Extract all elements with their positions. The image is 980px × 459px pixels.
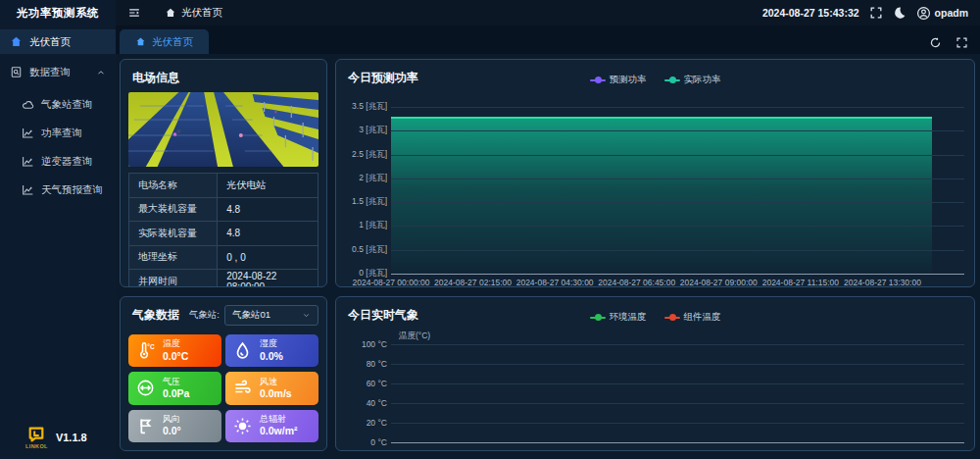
row-value: 2024-08-22 08:00:00 [218, 270, 318, 287]
sidebar-fold-button[interactable] [127, 6, 141, 20]
temperature-chart-plot [391, 344, 964, 442]
x-tick-label: 2024-08-27 13:30:00 [844, 278, 921, 287]
row-value: 光伏电站 [218, 174, 318, 197]
weather-card-5: 风向0.0° [128, 410, 221, 442]
legend-marker [664, 314, 680, 322]
y-tick-label: 60 °C [367, 379, 387, 388]
gridline [391, 442, 964, 443]
data-query-icon [10, 66, 23, 78]
y-axis-labels: 3.5 [兆瓦]3 [兆瓦]2.5 [兆瓦]2 [兆瓦]1.5 [兆瓦]1 [兆… [346, 107, 391, 274]
panel-field-info: 电场信息 [120, 59, 327, 287]
tab-bar: 光伏首页 [116, 26, 980, 54]
card-label: 风向 [163, 414, 181, 425]
sidebar-item-weather-station-query[interactable]: 气象站查询 [0, 92, 116, 117]
gridline [391, 155, 964, 156]
y-tick-label: 100 °C [362, 339, 387, 349]
sidebar-item-label: 逆变器查询 [41, 155, 93, 169]
gridline [391, 178, 964, 179]
card-label: 温度 [163, 338, 188, 349]
expand-icon[interactable] [956, 36, 968, 49]
table-row: 电场名称 光伏电站 [129, 174, 318, 198]
row-label: 实际装机容量 [129, 222, 218, 245]
brand-logo: LINKOL [25, 426, 48, 450]
field-info-table: 电场名称 光伏电站 最大装机容量 4.8 实际装机容量 4.8 地理坐标 0 ,… [128, 173, 318, 287]
row-value: 4.8 [218, 198, 318, 222]
y-tick-label: 2.5 [兆瓦] [352, 149, 387, 161]
home-icon [135, 36, 146, 47]
sidebar-item-forecast-query[interactable]: 天气预报查询 [0, 178, 116, 202]
app-root: 光功率预测系统 光伏首页 数据查询 气象站查询 功率查询 逆变器查询 [0, 0, 980, 459]
clock-text: 2024-08-27 15:43:32 [762, 7, 859, 19]
app-version: V1.1.8 [56, 432, 87, 443]
weather-card-6: 总辐射0.0w/m² [225, 410, 318, 442]
x-tick-label: 2024-08-27 00:00:00 [353, 278, 430, 287]
legend-item[interactable]: 组件温度 [664, 311, 721, 324]
fold-menu-icon [127, 6, 141, 20]
gridline [391, 130, 964, 131]
x-tick-label: 2024-08-27 06:45:00 [598, 278, 675, 287]
sidebar-footer: LINKOL V1.1.8 [0, 418, 116, 459]
dashboard-content: 电场信息 [116, 54, 980, 459]
card-label: 湿度 [260, 338, 283, 349]
droplet-icon [233, 341, 252, 360]
chart-legend: 环境温度组件温度 [336, 311, 974, 324]
row-label: 最大装机容量 [129, 198, 218, 222]
linkol-logo-icon [27, 426, 45, 443]
gridline [391, 250, 964, 251]
sidebar-group-data-query[interactable]: 数据查询 [0, 60, 116, 84]
legend-item[interactable]: 实际功率 [664, 74, 721, 86]
y-axis-labels: 100 °C80 °C60 °C40 °C20 °C0 °C [346, 344, 391, 442]
refresh-icon[interactable] [929, 36, 942, 49]
weather-card-1: 温度0.0°C [128, 334, 221, 367]
breadcrumb[interactable]: 光伏首页 [165, 6, 222, 20]
wind-vane-icon [136, 417, 155, 435]
panel-realtime-weather: 今日实时气象 环境温度组件温度 温度(°C) 100 °C80 °C60 °C4… [335, 296, 975, 451]
tab-home[interactable]: 光伏首页 [120, 29, 209, 54]
sidebar: 光功率预测系统 光伏首页 数据查询 气象站查询 功率查询 逆变器查询 [0, 0, 116, 459]
gridline [391, 344, 964, 345]
table-row: 实际装机容量 4.8 [129, 222, 318, 246]
card-value: 0.0% [260, 350, 283, 363]
y-tick-label: 3 [兆瓦] [359, 125, 387, 136]
card-label: 风速 [260, 377, 292, 387]
y-tick-label: 0 °C [370, 437, 387, 447]
main-area: 光伏首页 2024-08-27 15:43:32 opadm 光伏首页 [116, 0, 980, 459]
home-icon [165, 7, 176, 19]
weather-card-4: 风速0.0m/s [225, 372, 318, 404]
card-value: 0.0°C [163, 350, 188, 363]
weather-station-icon [22, 98, 34, 111]
legend-marker [664, 76, 680, 84]
sidebar-item-label: 光伏首页 [29, 35, 71, 49]
card-label: 总辐射 [260, 414, 298, 425]
power-chart-plot: 2024-08-27 00:00:002024-08-27 02:15:0020… [391, 107, 964, 274]
gridline [391, 364, 964, 365]
y-axis-name: 温度(°C) [399, 331, 430, 342]
legend-item[interactable]: 环境温度 [590, 311, 647, 324]
power-chart-icon [22, 127, 34, 139]
panel-weather-data: 气象数据 气象站: 气象站01 温度0.0°C湿度0.0%气压0.0Pa风速0.… [120, 296, 327, 451]
fullscreen-button[interactable] [869, 6, 883, 20]
sidebar-item-power-query[interactable]: 功率查询 [0, 121, 116, 145]
tab-tools [929, 36, 968, 54]
sidebar-item-label: 气象站查询 [41, 98, 93, 112]
sidebar-item-inverter-query[interactable]: 逆变器查询 [0, 149, 116, 174]
dark-mode-toggle[interactable] [893, 6, 906, 20]
sidebar-item-label: 天气预报查询 [41, 183, 103, 197]
legend-item[interactable]: 预测功率 [590, 74, 647, 86]
legend-label: 实际功率 [684, 74, 721, 86]
gridline [391, 202, 964, 203]
station-label: 气象站: [189, 309, 220, 322]
chart-legend: 预测功率实际功率 [336, 74, 974, 86]
x-tick-label: 2024-08-27 11:15:00 [762, 278, 839, 287]
breadcrumb-label: 光伏首页 [181, 6, 222, 20]
table-row: 地理坐标 0 , 0 [129, 246, 318, 271]
gridline [391, 423, 964, 424]
chevron-down-icon [302, 311, 311, 320]
sidebar-item-home[interactable]: 光伏首页 [0, 29, 116, 54]
gridline [391, 226, 964, 227]
station-select[interactable]: 气象站01 [224, 305, 318, 326]
y-tick-label: 1 [兆瓦] [359, 220, 387, 231]
user-menu[interactable]: opadm [916, 6, 968, 21]
table-row: 最大装机容量 4.8 [129, 198, 318, 223]
x-tick-label: 2024-08-27 02:15:00 [434, 278, 512, 287]
